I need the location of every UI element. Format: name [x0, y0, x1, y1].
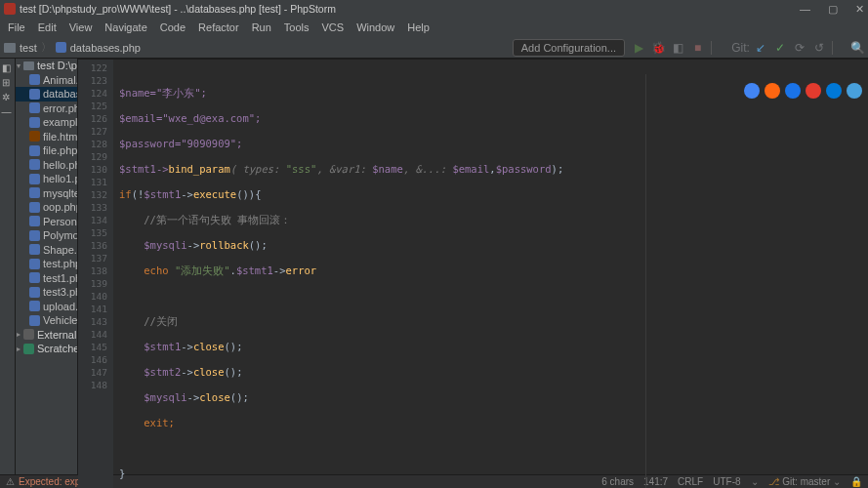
line-number[interactable]: 146 [78, 353, 107, 366]
line-number[interactable]: 125 [78, 100, 107, 112]
tree-item-example[interactable]: example. [16, 115, 77, 130]
tree-label: error.ph [43, 102, 78, 114]
settings-icon[interactable]: ✲ [2, 92, 14, 103]
tree-item-helloph[interactable]: hello.ph [16, 158, 77, 173]
tree-item-test1ph[interactable]: test1.ph [16, 271, 77, 286]
menu-run[interactable]: Run [252, 21, 271, 33]
line-number[interactable]: 124 [78, 87, 107, 100]
add-configuration-button[interactable]: Add Configuration... [513, 39, 625, 57]
line-number[interactable]: 126 [78, 112, 107, 125]
menu-view[interactable]: View [69, 21, 93, 33]
tree-label: hello1.p [43, 173, 78, 184]
tree-item-filephp[interactable]: file.php [16, 143, 77, 158]
php-icon [29, 187, 40, 198]
line-number[interactable]: 136 [78, 239, 107, 252]
line-number[interactable]: 131 [78, 176, 107, 188]
tree-item-Animalp[interactable]: Animal.p [16, 73, 77, 88]
tree-item-hello1p[interactable]: hello1.p [16, 172, 77, 186]
tree-item-uploadp[interactable]: upload.p [16, 300, 77, 314]
tree-item-oopphp[interactable]: oop.php [16, 200, 77, 215]
minimize-button[interactable]: — [800, 3, 810, 16]
stop-icon[interactable]: ■ [691, 41, 704, 54]
git-label: Git: [734, 41, 747, 54]
tree-item-Shapeph[interactable]: Shape.ph [16, 243, 77, 258]
menu-help[interactable]: Help [407, 21, 430, 33]
line-number[interactable]: 139 [78, 277, 107, 290]
run-icon[interactable]: ▶ [633, 41, 645, 54]
php-icon [29, 259, 40, 269]
tree-item-filehtml[interactable]: file.html [16, 130, 77, 144]
code-editor[interactable]: $name="李小东"; $email="wxe_d@exa.com"; $pa… [113, 60, 868, 488]
line-number[interactable]: 144 [78, 328, 107, 341]
line-number[interactable]: 138 [78, 264, 107, 277]
git-update-icon[interactable]: ↙ [754, 41, 766, 54]
folder-icon [23, 61, 34, 70]
php-icon [29, 117, 40, 128]
php-icon [29, 230, 40, 241]
php-icon [29, 315, 40, 326]
safari-icon[interactable] [785, 83, 801, 99]
menu-refactor[interactable]: Refactor [198, 21, 239, 33]
firefox-icon[interactable] [765, 83, 780, 99]
opera-icon[interactable] [806, 83, 821, 99]
tree-item-Scratchesan[interactable]: ▸Scratches an [16, 342, 77, 356]
line-number[interactable]: 148 [78, 379, 107, 391]
tree-item-Polymor[interactable]: Polymor [16, 228, 77, 243]
tree-label: Vehicle.p [43, 314, 78, 326]
expand-icon[interactable]: ⊞ [2, 77, 14, 89]
line-number[interactable]: 133 [78, 201, 107, 214]
menu-tools[interactable]: Tools [284, 21, 310, 33]
breadcrumb-file[interactable]: databases.php [70, 42, 141, 54]
tree-item-errorph[interactable]: error.ph [16, 102, 77, 116]
tree-label: file.html [43, 131, 78, 142]
line-number[interactable]: 135 [78, 226, 107, 239]
menu-code[interactable]: Code [160, 21, 186, 33]
tree-item-Vehiclep[interactable]: Vehicle.p [16, 313, 77, 328]
tree-item-database[interactable]: database [16, 87, 77, 102]
line-number[interactable]: 129 [78, 150, 107, 163]
tree-item-Personp[interactable]: Person.p [16, 215, 77, 229]
maximize-button[interactable]: ▢ [828, 3, 838, 16]
browser-preview-icons[interactable] [744, 83, 862, 99]
ie-icon[interactable] [826, 83, 842, 99]
line-number[interactable]: 147 [78, 366, 107, 379]
line-number[interactable]: 130 [78, 163, 107, 176]
php-icon [29, 145, 40, 156]
php-icon [29, 159, 40, 170]
line-number[interactable]: 128 [78, 138, 107, 150]
php-icon [29, 287, 40, 298]
menu-file[interactable]: File [8, 21, 25, 33]
menu-edit[interactable]: Edit [38, 21, 57, 33]
coverage-icon[interactable]: ◧ [672, 41, 684, 54]
tree-item-mysqltes[interactable]: mysqltes [16, 186, 77, 201]
tree-item-testphp[interactable]: test.php [16, 257, 77, 271]
menu-window[interactable]: Window [356, 21, 394, 33]
line-number[interactable]: 145 [78, 341, 107, 353]
search-icon[interactable]: 🔍 [851, 41, 864, 54]
git-revert-icon[interactable]: ↺ [812, 41, 825, 54]
line-number[interactable]: 140 [78, 290, 107, 303]
line-number[interactable]: 132 [78, 188, 107, 201]
edge-icon[interactable] [847, 83, 862, 99]
line-number[interactable]: 127 [78, 125, 107, 138]
line-number[interactable]: 123 [78, 74, 107, 87]
chrome-icon[interactable] [744, 83, 760, 99]
tree-item-test[interactable]: ▾test D:\php [16, 59, 77, 73]
collapse-icon[interactable]: — [2, 106, 14, 118]
line-number[interactable]: 141 [78, 303, 107, 315]
line-number[interactable]: 134 [78, 214, 107, 226]
git-commit-icon[interactable]: ✓ [773, 41, 786, 54]
line-number[interactable]: 143 [78, 315, 107, 328]
window-title: test [D:\phpstudy_pro\WWW\test] - ..\dat… [20, 3, 336, 15]
tree-item-ExternalLibr[interactable]: ▸External Libr [16, 328, 77, 343]
close-button[interactable]: ✕ [855, 3, 864, 16]
breadcrumb-folder[interactable]: test [20, 42, 37, 54]
git-history-icon[interactable]: ⟳ [793, 41, 806, 54]
menu-navigate[interactable]: Navigate [104, 21, 146, 33]
project-toggle-icon[interactable]: ◧ [2, 62, 14, 74]
line-number[interactable]: 122 [78, 61, 107, 74]
tree-item-test3ph[interactable]: test3.ph [16, 285, 77, 300]
line-number[interactable]: 137 [78, 252, 107, 264]
menu-vcs[interactable]: VCS [322, 21, 345, 33]
debug-icon[interactable]: 🐞 [652, 41, 665, 54]
